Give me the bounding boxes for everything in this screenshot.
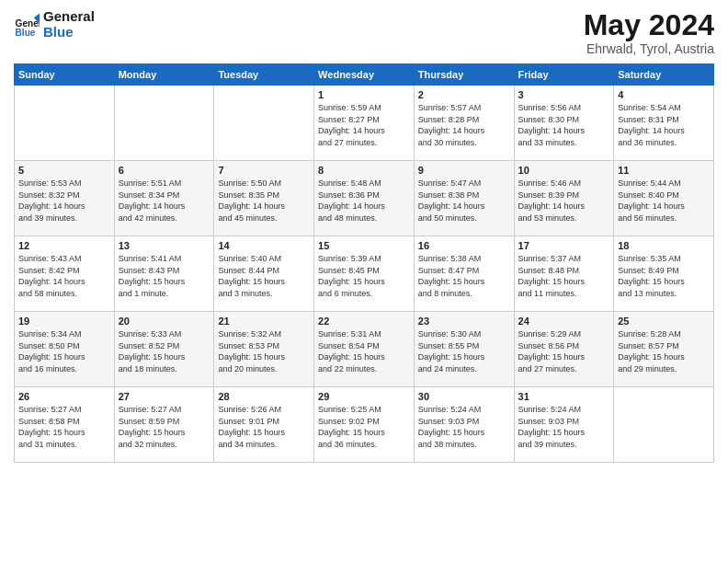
col-header-saturday: Saturday — [614, 64, 714, 86]
day-cell — [15, 86, 115, 161]
day-number: 15 — [318, 240, 410, 251]
day-number: 24 — [518, 316, 610, 327]
day-info: Sunrise: 5:37 AM Sunset: 8:48 PM Dayligh… — [518, 253, 610, 299]
day-info: Sunrise: 5:57 AM Sunset: 8:28 PM Dayligh… — [418, 102, 510, 148]
day-number: 23 — [418, 316, 510, 327]
day-cell: 25Sunrise: 5:28 AM Sunset: 8:57 PM Dayli… — [614, 312, 714, 387]
logo: General Blue General Blue — [14, 9, 95, 40]
day-number: 30 — [418, 391, 510, 402]
day-cell: 9Sunrise: 5:47 AM Sunset: 8:38 PM Daylig… — [414, 161, 514, 236]
day-info: Sunrise: 5:44 AM Sunset: 8:40 PM Dayligh… — [618, 178, 710, 224]
col-header-thursday: Thursday — [414, 64, 514, 86]
day-number: 21 — [218, 316, 310, 327]
day-number: 10 — [518, 165, 610, 176]
week-row-4: 19Sunrise: 5:34 AM Sunset: 8:50 PM Dayli… — [15, 312, 714, 387]
day-number: 3 — [518, 89, 610, 100]
day-number: 2 — [418, 89, 510, 100]
week-row-1: 1Sunrise: 5:59 AM Sunset: 8:27 PM Daylig… — [15, 86, 714, 161]
day-info: Sunrise: 5:56 AM Sunset: 8:30 PM Dayligh… — [518, 102, 610, 148]
day-info: Sunrise: 5:35 AM Sunset: 8:49 PM Dayligh… — [618, 253, 710, 299]
day-info: Sunrise: 5:53 AM Sunset: 8:32 PM Dayligh… — [18, 178, 110, 224]
day-info: Sunrise: 5:33 AM Sunset: 8:52 PM Dayligh… — [119, 328, 210, 374]
day-cell: 4Sunrise: 5:54 AM Sunset: 8:31 PM Daylig… — [614, 86, 714, 161]
day-info: Sunrise: 5:34 AM Sunset: 8:50 PM Dayligh… — [18, 328, 110, 374]
day-number: 22 — [318, 316, 410, 327]
day-number: 1 — [318, 89, 410, 100]
day-info: Sunrise: 5:24 AM Sunset: 9:03 PM Dayligh… — [518, 404, 610, 450]
day-cell: 3Sunrise: 5:56 AM Sunset: 8:30 PM Daylig… — [514, 86, 614, 161]
col-header-monday: Monday — [114, 64, 214, 86]
day-number: 19 — [18, 316, 110, 327]
day-info: Sunrise: 5:40 AM Sunset: 8:44 PM Dayligh… — [218, 253, 310, 299]
day-number: 28 — [218, 391, 310, 402]
day-number: 13 — [119, 240, 210, 251]
calendar-table: SundayMondayTuesdayWednesdayThursdayFrid… — [14, 63, 714, 463]
day-cell: 10Sunrise: 5:46 AM Sunset: 8:39 PM Dayli… — [514, 161, 614, 236]
main-title: May 2024 — [584, 9, 714, 41]
day-cell: 6Sunrise: 5:51 AM Sunset: 8:34 PM Daylig… — [114, 161, 214, 236]
day-cell: 19Sunrise: 5:34 AM Sunset: 8:50 PM Dayli… — [15, 312, 115, 387]
day-number: 11 — [618, 165, 710, 176]
day-info: Sunrise: 5:41 AM Sunset: 8:43 PM Dayligh… — [119, 253, 210, 299]
day-number: 4 — [618, 89, 710, 100]
day-info: Sunrise: 5:54 AM Sunset: 8:31 PM Dayligh… — [618, 102, 710, 148]
col-header-friday: Friday — [514, 64, 614, 86]
day-number: 8 — [318, 165, 410, 176]
day-number: 20 — [119, 316, 210, 327]
day-cell: 8Sunrise: 5:48 AM Sunset: 8:36 PM Daylig… — [314, 161, 415, 236]
day-info: Sunrise: 5:59 AM Sunset: 8:27 PM Dayligh… — [318, 102, 410, 148]
day-cell: 30Sunrise: 5:24 AM Sunset: 9:03 PM Dayli… — [414, 387, 514, 463]
day-info: Sunrise: 5:28 AM Sunset: 8:57 PM Dayligh… — [618, 328, 710, 374]
day-info: Sunrise: 5:29 AM Sunset: 8:56 PM Dayligh… — [518, 328, 610, 374]
subtitle: Ehrwald, Tyrol, Austria — [584, 41, 714, 56]
week-row-5: 26Sunrise: 5:27 AM Sunset: 8:58 PM Dayli… — [15, 387, 714, 463]
day-cell: 22Sunrise: 5:31 AM Sunset: 8:54 PM Dayli… — [314, 312, 415, 387]
day-cell: 14Sunrise: 5:40 AM Sunset: 8:44 PM Dayli… — [214, 236, 314, 312]
day-number: 25 — [618, 316, 710, 327]
day-info: Sunrise: 5:38 AM Sunset: 8:47 PM Dayligh… — [418, 253, 510, 299]
logo-line1: General — [43, 9, 95, 25]
day-info: Sunrise: 5:27 AM Sunset: 8:58 PM Dayligh… — [18, 404, 110, 450]
header: General Blue General Blue May 2024 Ehrwa… — [14, 9, 714, 56]
svg-text:Blue: Blue — [16, 27, 36, 37]
day-info: Sunrise: 5:39 AM Sunset: 8:45 PM Dayligh… — [318, 253, 410, 299]
day-number: 14 — [218, 240, 310, 251]
day-number: 9 — [418, 165, 510, 176]
day-cell: 7Sunrise: 5:50 AM Sunset: 8:35 PM Daylig… — [214, 161, 314, 236]
day-cell: 26Sunrise: 5:27 AM Sunset: 8:58 PM Dayli… — [15, 387, 115, 463]
day-cell: 21Sunrise: 5:32 AM Sunset: 8:53 PM Dayli… — [214, 312, 314, 387]
day-info: Sunrise: 5:26 AM Sunset: 9:01 PM Dayligh… — [218, 404, 310, 450]
day-info: Sunrise: 5:47 AM Sunset: 8:38 PM Dayligh… — [418, 178, 510, 224]
day-cell: 18Sunrise: 5:35 AM Sunset: 8:49 PM Dayli… — [614, 236, 714, 312]
day-cell: 12Sunrise: 5:43 AM Sunset: 8:42 PM Dayli… — [15, 236, 115, 312]
day-number: 12 — [18, 240, 110, 251]
day-number: 16 — [418, 240, 510, 251]
title-block: May 2024 Ehrwald, Tyrol, Austria — [584, 9, 714, 56]
day-info: Sunrise: 5:46 AM Sunset: 8:39 PM Dayligh… — [518, 178, 610, 224]
day-cell — [614, 387, 714, 463]
day-number: 29 — [318, 391, 410, 402]
page: General Blue General Blue May 2024 Ehrwa… — [0, 0, 728, 563]
day-cell: 16Sunrise: 5:38 AM Sunset: 8:47 PM Dayli… — [414, 236, 514, 312]
logo-icon: General Blue — [14, 12, 40, 38]
day-cell: 29Sunrise: 5:25 AM Sunset: 9:02 PM Dayli… — [314, 387, 415, 463]
day-cell: 1Sunrise: 5:59 AM Sunset: 8:27 PM Daylig… — [314, 86, 415, 161]
day-cell — [214, 86, 314, 161]
day-number: 5 — [18, 165, 110, 176]
day-number: 26 — [18, 391, 110, 402]
day-number: 7 — [218, 165, 310, 176]
day-number: 17 — [518, 240, 610, 251]
day-cell: 13Sunrise: 5:41 AM Sunset: 8:43 PM Dayli… — [114, 236, 214, 312]
day-info: Sunrise: 5:51 AM Sunset: 8:34 PM Dayligh… — [119, 178, 210, 224]
day-info: Sunrise: 5:30 AM Sunset: 8:55 PM Dayligh… — [418, 328, 510, 374]
day-number: 18 — [618, 240, 710, 251]
day-cell: 2Sunrise: 5:57 AM Sunset: 8:28 PM Daylig… — [414, 86, 514, 161]
day-cell — [114, 86, 214, 161]
day-cell: 28Sunrise: 5:26 AM Sunset: 9:01 PM Dayli… — [214, 387, 314, 463]
day-number: 6 — [119, 165, 210, 176]
col-header-tuesday: Tuesday — [214, 64, 314, 86]
day-cell: 20Sunrise: 5:33 AM Sunset: 8:52 PM Dayli… — [114, 312, 214, 387]
day-cell: 27Sunrise: 5:27 AM Sunset: 8:59 PM Dayli… — [114, 387, 214, 463]
day-cell: 24Sunrise: 5:29 AM Sunset: 8:56 PM Dayli… — [514, 312, 614, 387]
day-cell: 17Sunrise: 5:37 AM Sunset: 8:48 PM Dayli… — [514, 236, 614, 312]
